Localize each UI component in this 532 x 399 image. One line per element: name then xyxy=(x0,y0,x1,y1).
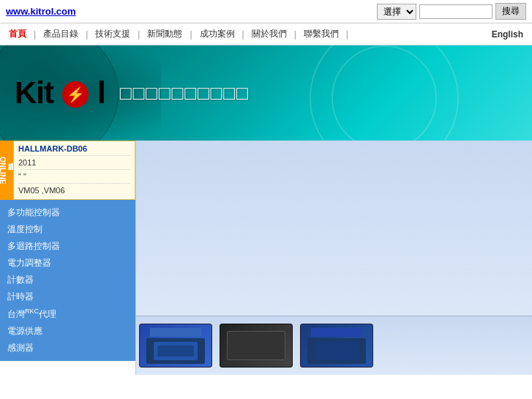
online-item-title[interactable]: HALLMARK-DB06 xyxy=(18,144,130,153)
nav-sep-3: | xyxy=(136,29,141,40)
right-bottom-panel xyxy=(136,316,532,375)
search-button[interactable]: 搜尋 xyxy=(495,3,526,20)
online-item-quote: " " xyxy=(18,172,130,181)
top-bar: www.kitrol.com 選擇 搜尋 xyxy=(0,0,532,23)
cat-item-4[interactable]: 計數器 xyxy=(3,272,132,288)
nav-item-products[interactable]: 產品目錄 xyxy=(37,25,84,43)
cat-item-3[interactable]: 電力調整器 xyxy=(3,255,132,272)
online-content: HALLMARK-DB06 2011 " " VM05 ,VM06 xyxy=(13,141,135,200)
online-item-year: 2011 xyxy=(18,158,130,167)
site-url-link[interactable]: www.kitrol.com xyxy=(6,6,76,17)
nav-item-contact[interactable]: 聯繫我們 xyxy=(298,25,345,43)
nav-sep-7: | xyxy=(345,29,350,40)
nav-item-home[interactable]: 首頁 xyxy=(3,25,32,43)
left-sidebar: 在線ONLINE HALLMARK-DB06 2011 " " VM05 ,VM… xyxy=(0,141,135,375)
nav-sep-5: | xyxy=(241,29,246,40)
nav-bar: 首頁 | 產品目錄 | 技術支援 | 新聞動態 | 成功案例 | 關於我們 | … xyxy=(0,23,532,45)
product-body-3 xyxy=(307,338,366,364)
category-sidebar: 多功能控制器 溫度控制 多迴路控制器 電力調整器 計數器 計時器 台灣RKC代理… xyxy=(0,200,135,361)
online-divider-3 xyxy=(18,183,130,184)
logo-kit: Kit xyxy=(15,75,53,111)
nav-item-english[interactable]: English xyxy=(486,26,529,42)
cat-item-7[interactable]: 電源供應 xyxy=(3,323,132,340)
product-inner-2 xyxy=(227,331,285,360)
language-select[interactable]: 選擇 xyxy=(377,4,416,20)
logo-icon xyxy=(62,81,89,108)
online-badge: 在線ONLINE HALLMARK-DB06 2011 " " VM05 ,VM… xyxy=(0,141,135,200)
nav-sep-4: | xyxy=(188,29,193,40)
right-top-panel xyxy=(136,141,532,316)
product-thumb-3[interactable] xyxy=(300,324,373,368)
right-content xyxy=(135,141,532,375)
banner-tagline: □□□□□□□□□□ xyxy=(120,82,250,105)
nav-item-cases[interactable]: 成功案例 xyxy=(194,25,241,43)
nav-item-news[interactable]: 新聞動態 xyxy=(141,25,188,43)
cat-item-2[interactable]: 多迴路控制器 xyxy=(3,238,132,255)
main-content: 在線ONLINE HALLMARK-DB06 2011 " " VM05 ,VM… xyxy=(0,141,532,375)
nav-sep-2: | xyxy=(84,29,89,40)
cat-item-6[interactable]: 台灣RKC代理 xyxy=(3,305,132,323)
cat-item-1[interactable]: 溫度控制 xyxy=(3,221,132,238)
banner-circles-decoration xyxy=(239,53,459,141)
product-body-1 xyxy=(146,338,205,364)
online-divider-2 xyxy=(18,169,130,170)
nav-item-support[interactable]: 技術支援 xyxy=(89,25,136,43)
cat-item-8[interactable]: 感測器 xyxy=(3,340,132,357)
product-thumb-1[interactable] xyxy=(139,324,212,368)
product-top-1 xyxy=(150,328,201,337)
nav-sep-1: | xyxy=(32,29,37,40)
banner: Kitl □□□□□□□□□□ xyxy=(0,45,532,141)
online-item-models: VM05 ,VM06 xyxy=(18,186,130,195)
logo-rol: l xyxy=(97,75,105,111)
search-input[interactable] xyxy=(419,4,492,19)
nav-sep-6: | xyxy=(293,29,298,40)
online-divider-1 xyxy=(18,155,130,156)
online-tab-label: 在線ONLINE xyxy=(0,141,13,200)
cat-item-5[interactable]: 計時器 xyxy=(3,288,132,305)
product-thumb-2[interactable] xyxy=(220,324,293,368)
top-right-controls: 選擇 搜尋 xyxy=(377,3,526,20)
nav-item-about[interactable]: 關於我們 xyxy=(246,25,293,43)
banner-logo: Kitl □□□□□□□□□□ xyxy=(15,75,250,111)
product-top-3 xyxy=(311,328,362,337)
cat-item-0[interactable]: 多功能控制器 xyxy=(3,204,132,221)
